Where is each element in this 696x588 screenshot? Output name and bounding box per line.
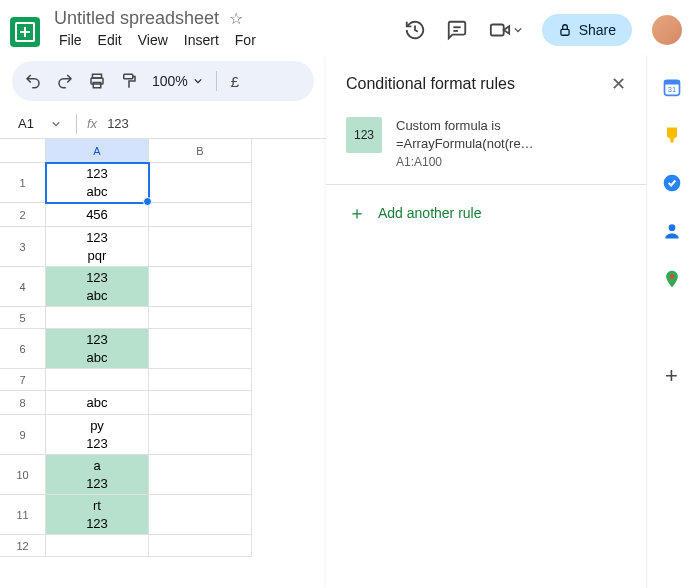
close-icon[interactable]: ✕ (611, 73, 626, 95)
rule-preview: 123 (346, 117, 382, 153)
name-box[interactable]: A1 (12, 113, 66, 134)
panel-title: Conditional format rules (346, 75, 515, 93)
lock-icon (558, 23, 572, 37)
menu-view[interactable]: View (131, 29, 175, 51)
row-header[interactable]: 8 (0, 391, 46, 415)
menu-insert[interactable]: Insert (177, 29, 226, 51)
fx-icon: fx (87, 116, 97, 131)
format-rule-item[interactable]: 123 Custom formula is =ArrayFormula(not(… (326, 109, 646, 184)
menu-bar: File Edit View Insert For (48, 29, 396, 51)
cell[interactable] (149, 329, 252, 369)
grid[interactable]: 123456789101112 A B 123 abc456123 pqr123… (0, 139, 326, 557)
comment-icon[interactable] (446, 19, 468, 41)
row-header[interactable]: 12 (0, 535, 46, 557)
doc-title[interactable]: Untitled spreadsheet (54, 8, 219, 29)
row-header[interactable]: 7 (0, 369, 46, 391)
cell[interactable] (46, 535, 149, 557)
share-label: Share (579, 22, 616, 38)
svg-point-15 (669, 274, 673, 278)
addons-plus-icon[interactable]: + (665, 363, 678, 389)
cell[interactable]: 456 (46, 203, 149, 227)
undo-icon[interactable] (24, 72, 42, 90)
keep-icon[interactable] (662, 125, 682, 145)
add-rule-button[interactable]: ＋ Add another rule (326, 184, 646, 241)
toolbar: 100% £ (12, 61, 314, 101)
cell[interactable]: 123 abc (46, 329, 149, 369)
side-rail: 31 + (646, 55, 696, 588)
row-header[interactable]: 11 (0, 495, 46, 535)
cell[interactable] (149, 227, 252, 267)
meet-icon[interactable] (488, 19, 522, 41)
contacts-icon[interactable] (662, 221, 682, 241)
cell[interactable] (149, 495, 252, 535)
cell[interactable] (149, 267, 252, 307)
cell[interactable] (149, 163, 252, 203)
star-icon[interactable]: ☆ (229, 9, 243, 28)
add-rule-label: Add another rule (378, 205, 482, 221)
conditional-format-panel: Conditional format rules ✕ 123 Custom fo… (326, 55, 646, 588)
cell[interactable]: 123 abc (46, 163, 149, 203)
cell[interactable]: rt 123 (46, 495, 149, 535)
row-header[interactable]: 10 (0, 455, 46, 495)
cell[interactable] (149, 203, 252, 227)
history-icon[interactable] (404, 19, 426, 41)
maps-icon[interactable] (662, 269, 682, 289)
cell[interactable]: 123 abc (46, 267, 149, 307)
rule-line1: Custom formula is (396, 117, 534, 135)
avatar[interactable] (652, 15, 682, 45)
cell[interactable] (149, 415, 252, 455)
row-header[interactable]: 5 (0, 307, 46, 329)
sheets-logo[interactable] (10, 17, 40, 47)
zoom-select[interactable]: 100% (152, 73, 202, 89)
cell[interactable]: abc (46, 391, 149, 415)
menu-file[interactable]: File (52, 29, 89, 51)
row-header[interactable]: 6 (0, 329, 46, 369)
cell[interactable] (46, 369, 149, 391)
svg-rect-12 (670, 139, 673, 142)
row-header[interactable]: 2 (0, 203, 46, 227)
cell[interactable]: 123 pqr (46, 227, 149, 267)
redo-icon[interactable] (56, 72, 74, 90)
rule-range: A1:A100 (396, 154, 534, 170)
cell[interactable] (149, 307, 252, 329)
svg-rect-8 (124, 74, 133, 79)
cell[interactable]: a 123 (46, 455, 149, 495)
calendar-icon[interactable]: 31 (662, 77, 682, 97)
svg-point-14 (668, 224, 675, 231)
cell[interactable] (149, 535, 252, 557)
rule-line2: =ArrayFormula(not(re… (396, 135, 534, 153)
cell[interactable] (149, 369, 252, 391)
row-header[interactable]: 3 (0, 227, 46, 267)
share-button[interactable]: Share (542, 14, 632, 46)
print-icon[interactable] (88, 72, 106, 90)
paint-format-icon[interactable] (120, 72, 138, 90)
svg-rect-4 (561, 29, 569, 35)
col-header-b[interactable]: B (149, 139, 252, 163)
menu-edit[interactable]: Edit (91, 29, 129, 51)
cell[interactable] (149, 391, 252, 415)
row-header[interactable]: 1 (0, 163, 46, 203)
row-header[interactable]: 9 (0, 415, 46, 455)
tasks-icon[interactable] (662, 173, 682, 193)
cell[interactable] (149, 455, 252, 495)
plus-icon: ＋ (348, 201, 366, 225)
select-all-corner[interactable] (0, 139, 46, 163)
menu-format[interactable]: For (228, 29, 263, 51)
cell[interactable] (46, 307, 149, 329)
row-header[interactable]: 4 (0, 267, 46, 307)
col-header-a[interactable]: A (46, 139, 149, 163)
svg-rect-2 (490, 24, 503, 35)
cell[interactable]: py 123 (46, 415, 149, 455)
currency-button[interactable]: £ (231, 73, 239, 90)
formula-bar[interactable]: 123 (107, 116, 129, 131)
svg-rect-10 (664, 80, 679, 84)
svg-text:31: 31 (667, 85, 675, 94)
